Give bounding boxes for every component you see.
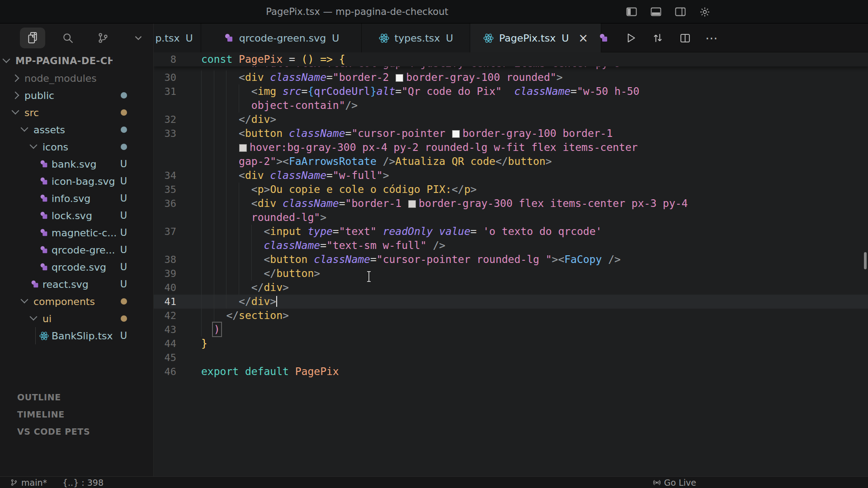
- tree-item-label: MP-PAGINA-DE-CHECK...: [15, 56, 113, 66]
- tree-item-mp-pagina-de-check-[interactable]: MP-PAGINA-DE-CHECK...: [0, 52, 153, 70]
- tree-item-label: ui: [42, 313, 52, 324]
- layout-sidebar-right-icon[interactable]: [675, 6, 686, 18]
- code-line-32[interactable]: 32</div>: [154, 113, 868, 127]
- layout-panel-icon[interactable]: [650, 6, 662, 18]
- more-actions-icon[interactable]: ⋯: [705, 31, 719, 45]
- split-editor-icon[interactable]: [678, 31, 692, 45]
- tab-types-tsx[interactable]: types.tsxU: [362, 23, 470, 52]
- code-line-46[interactable]: 46export default PagePix: [154, 365, 868, 379]
- sticky-scroll-line: 8const PagePix = () => {: [154, 52, 868, 66]
- code-line-wrap[interactable]: w-full flex flex-col gap-4 justify-cente…: [154, 66, 868, 70]
- tab-p-tsx[interactable]: p.tsxU: [154, 23, 201, 52]
- tree-item-lock-svg[interactable]: lock.svgU: [0, 207, 153, 224]
- svg-file-icon: [30, 279, 40, 289]
- tree-item-node-modules[interactable]: node_modules: [0, 70, 153, 87]
- tree-item-icon-bag-svg[interactable]: icon-bag.svgU: [0, 173, 153, 190]
- code-line-35[interactable]: 35<p>Ou copie e cole o código PIX:</p>: [154, 183, 868, 197]
- react-file-icon: [378, 33, 390, 44]
- symbol-count-item[interactable]: {..} : 398: [62, 477, 104, 488]
- go-live-label: Go Live: [664, 478, 696, 488]
- tree-item-qrcode-gre-[interactable]: qrcode-gre...U: [0, 241, 153, 258]
- svg-file-icon: [39, 245, 49, 255]
- tree-item-info-svg[interactable]: info.svgU: [0, 190, 153, 207]
- layout-sidebar-left-icon[interactable]: [626, 6, 637, 18]
- code-line-43[interactable]: 43): [154, 323, 868, 337]
- go-live-item[interactable]: Go Live: [653, 477, 696, 488]
- tab-qrcode-green-svg[interactable]: qrcode-green.svgU: [201, 23, 362, 52]
- svg-preview-icon[interactable]: [597, 31, 610, 45]
- tree-item-label: assets: [33, 124, 65, 136]
- tree-item-label: bank.svg: [52, 159, 97, 170]
- code-line-wrap[interactable]: rounded-lg">: [154, 211, 868, 225]
- tailwind-color-swatch: [396, 74, 403, 82]
- panel-label: OUTLINE: [17, 392, 61, 402]
- close-icon[interactable]: ×: [578, 31, 588, 45]
- git-branch-item[interactable]: main*: [10, 477, 47, 488]
- code-line-34[interactable]: 34<div className="w-full">: [154, 169, 868, 183]
- chevron-right-icon: [12, 75, 19, 82]
- code-line-31[interactable]: 31<img src={qrCodeUrl}alt="Qr code do Pi…: [154, 84, 868, 99]
- line-number: 8: [154, 52, 176, 66]
- tree-item-react-svg[interactable]: react.svgU: [0, 276, 153, 293]
- tree-item-bankslip-tsx[interactable]: BankSlip.tsxU: [0, 327, 153, 344]
- open-changes-icon[interactable]: [651, 31, 665, 45]
- tree-item-magnetic-c-[interactable]: magnetic-c...U: [0, 224, 153, 241]
- code-line-42[interactable]: 42</section>: [154, 309, 868, 323]
- settings-gear-icon[interactable]: [699, 6, 711, 18]
- status-left: main* {..} : 398: [10, 477, 104, 488]
- tree-item-src[interactable]: src: [0, 104, 153, 121]
- tree-item-components[interactable]: components: [0, 293, 153, 310]
- git-untracked-badge: U: [185, 33, 193, 44]
- panel-vs-code-pets[interactable]: VS CODE PETS: [0, 423, 153, 440]
- code-line-33[interactable]: 33<button className="cursor-pointer bord…: [154, 127, 868, 141]
- code-line-wrap[interactable]: className="text-sm w-full" />: [154, 239, 868, 253]
- tree-item-qrcode-svg[interactable]: qrcode.svgU: [0, 258, 153, 276]
- git-modified-dot: [121, 109, 127, 116]
- mouse-ibeam-cursor: [365, 270, 373, 283]
- chevron-down-icon: [12, 107, 19, 115]
- git-modified-dot: [121, 127, 127, 133]
- code-line-wrap[interactable]: hover:bg-gray-300 px-4 py-2 rounded-lg w…: [154, 141, 868, 155]
- editor-actions: ⋯: [597, 23, 719, 52]
- code-line-39[interactable]: 39</button>: [154, 267, 868, 281]
- code-line-40[interactable]: 40</div>: [154, 281, 868, 295]
- code-line-wrap[interactable]: gap-2"><FaArrowsRotate />Atualiza QR cod…: [154, 155, 868, 169]
- tree-item-public[interactable]: public: [0, 87, 153, 104]
- panel-outline[interactable]: OUTLINE: [0, 389, 153, 406]
- git-modified-dot: [121, 92, 127, 99]
- code-line-36[interactable]: 36<div className="border-1 border-gray-3…: [154, 197, 868, 211]
- tab-pagepix-tsx[interactable]: PagePix.tsxU×: [470, 23, 601, 52]
- tabs-container: p.tsxUqrcode-green.svgUtypes.tsxUPagePix…: [154, 23, 601, 52]
- tree-item-bank-svg[interactable]: bank.svgU: [0, 155, 153, 173]
- tree-item-ui[interactable]: ui: [0, 310, 153, 327]
- more-views-chevron-icon[interactable]: [126, 28, 151, 48]
- code-line-wrap[interactable]: object-contain"/>: [154, 99, 868, 113]
- text-caret: [276, 296, 277, 307]
- git-modified-dot: [121, 298, 127, 305]
- line-number: 43: [154, 323, 176, 337]
- code-editor[interactable]: 8const PagePix = () => { w-full flex fle…: [154, 52, 868, 476]
- tree-item-icons[interactable]: icons: [0, 138, 153, 155]
- explorer-icon[interactable]: [20, 28, 45, 48]
- tree-item-label: info.svg: [52, 193, 90, 204]
- editor-scrollbar[interactable]: [864, 252, 867, 269]
- run-icon[interactable]: [624, 31, 637, 45]
- code-line-30[interactable]: 30<div className="border-2 border-gray-1…: [154, 70, 868, 84]
- svg-file-icon: [223, 33, 234, 43]
- tree-item-label: qrcode-gre...: [52, 244, 115, 256]
- source-control-icon[interactable]: [90, 28, 116, 48]
- line-number: 46: [154, 365, 176, 379]
- git-untracked-badge: U: [120, 159, 127, 169]
- code-line-37[interactable]: 37<input type="text" readOnly value= 'o …: [154, 225, 868, 239]
- git-untracked-badge: U: [561, 33, 569, 44]
- chevron-down-icon: [3, 56, 10, 63]
- tree-item-assets[interactable]: assets: [0, 121, 153, 138]
- code-line-44[interactable]: 44}: [154, 337, 868, 351]
- code-line-38[interactable]: 38<button className="cursor-pointer roun…: [154, 253, 868, 267]
- code-line-45[interactable]: 45: [154, 351, 868, 365]
- panel-timeline[interactable]: TIMELINE: [0, 406, 153, 423]
- titlebar-icon-group: [626, 0, 711, 23]
- code-line-8[interactable]: 8const PagePix = () => {: [154, 52, 868, 66]
- code-line-41[interactable]: 41</div>: [154, 295, 868, 309]
- search-icon[interactable]: [55, 28, 80, 48]
